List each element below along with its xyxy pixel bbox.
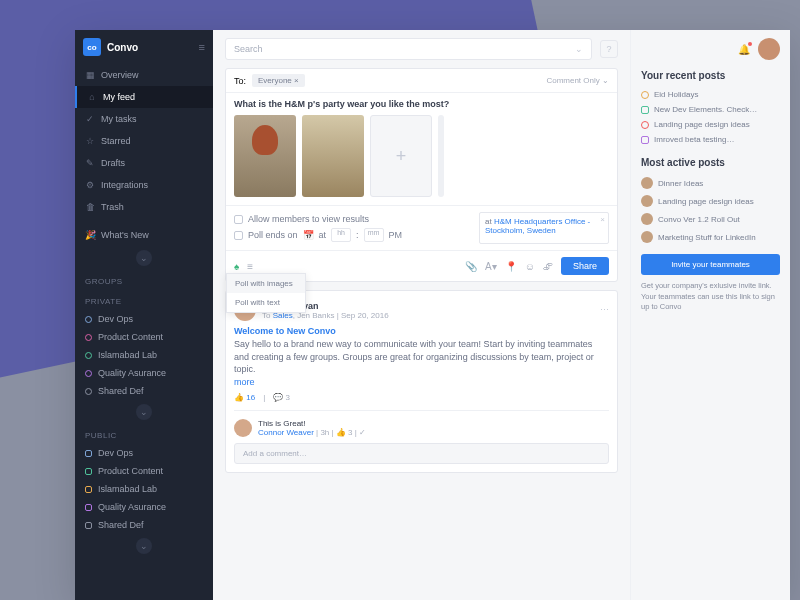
center-column: Search⌄ ? To: Everyone × Comment Only ⌄ … — [213, 30, 630, 600]
checkbox-icon — [234, 231, 243, 240]
pencil-icon: ✎ — [85, 158, 95, 168]
emoji-icon[interactable]: ☺ — [525, 261, 535, 272]
poll-end-row[interactable]: Poll ends on 📅 at hh: mm PM — [234, 226, 471, 244]
more-icon[interactable]: ⋯ — [600, 305, 609, 315]
nav-trash[interactable]: 🗑Trash — [75, 196, 213, 218]
sidebar-group-item[interactable]: Product Content — [75, 462, 213, 480]
status-icon — [641, 106, 649, 114]
recent-post-item[interactable]: New Dev Elements. Check… — [641, 102, 780, 117]
post-reply: This is Great! Connor Weaver | 3h | 👍 3 … — [234, 410, 609, 437]
add-image-button[interactable]: + — [370, 115, 432, 197]
active-post-item[interactable]: Marketing Stuff for LinkedIn — [641, 228, 780, 246]
feed-post: Nina Sullivan To Sales, Jen Banks | Sep … — [225, 290, 618, 473]
collapse-button[interactable]: ⌄ — [136, 404, 152, 420]
sidebar-header: co Convo ≡ — [75, 30, 213, 64]
user-icon — [641, 213, 653, 225]
comment-only-toggle[interactable]: Comment Only ⌄ — [546, 76, 609, 85]
nav-my-feed[interactable]: ⌂My feed — [75, 86, 213, 108]
post-title: Welcome to New Convo — [234, 326, 609, 336]
nav-my-tasks[interactable]: ✓My tasks — [75, 108, 213, 130]
recent-post-item[interactable]: Imroved beta testing… — [641, 132, 780, 147]
text-style-icon[interactable]: A▾ — [485, 261, 497, 272]
post-body: Say hello to a brand new way to communic… — [234, 338, 609, 388]
poll-option-image[interactable] — [302, 115, 364, 197]
trash-icon: 🗑 — [85, 202, 95, 212]
location-icon[interactable]: 📍 — [505, 261, 517, 272]
right-top: 🔔 — [641, 38, 780, 60]
hour-input[interactable]: hh — [331, 228, 351, 242]
app-window: co Convo ≡ ▦Overview ⌂My feed ✓My tasks … — [75, 30, 790, 600]
poll-question[interactable]: What is the H&M p's party wear you like … — [226, 93, 617, 115]
active-post-item[interactable]: Landing page design ideas — [641, 192, 780, 210]
collapse-button[interactable]: ⌄ — [136, 538, 152, 554]
nav-starred[interactable]: ☆Starred — [75, 130, 213, 152]
topbar: Search⌄ ? — [225, 38, 618, 60]
right-panel: 🔔 Your recent posts Eid HolidaysNew Dev … — [630, 30, 790, 600]
allow-view-results[interactable]: Allow members to view results — [234, 212, 471, 226]
invite-button[interactable]: Invite your teammates — [641, 254, 780, 275]
nav-integrations[interactable]: ⚙Integrations — [75, 174, 213, 196]
recipient-chip[interactable]: Everyone × — [252, 74, 305, 87]
add-comment-input[interactable]: Add a comment… — [234, 443, 609, 464]
composer-toolbar: ♠ ≡ 📎 A▾ 📍 ☺ 🖇 Share Poll with images Po… — [226, 250, 617, 281]
sidebar-group-item[interactable]: Dev Ops — [75, 444, 213, 462]
dropdown-item[interactable]: Poll with images — [227, 274, 305, 293]
recent-posts-heading: Your recent posts — [641, 70, 780, 81]
comment-count[interactable]: 💬 3 — [273, 393, 290, 402]
checkbox-icon — [234, 215, 243, 224]
poll-options: Allow members to view results Poll ends … — [226, 205, 617, 250]
home-icon: ⌂ — [87, 92, 97, 102]
collapse-button[interactable]: ⌄ — [136, 250, 152, 266]
like-button[interactable]: 👍 16 — [234, 393, 255, 402]
color-square-icon — [85, 522, 92, 529]
poll-type-dropdown: Poll with images Poll with text — [226, 273, 306, 313]
clip-icon[interactable]: 🖇 — [543, 261, 553, 272]
nav-drafts[interactable]: ✎Drafts — [75, 152, 213, 174]
composer-to-row: To: Everyone × Comment Only ⌄ — [226, 69, 617, 93]
status-icon — [641, 91, 649, 99]
status-icon — [641, 136, 649, 144]
close-icon[interactable]: × — [600, 215, 605, 224]
dropdown-item[interactable]: Poll with text — [227, 293, 305, 312]
sort-icon[interactable]: ≡ — [247, 261, 253, 272]
sidebar-group-item[interactable]: Dev Ops — [75, 310, 213, 328]
search-input[interactable]: Search⌄ — [225, 38, 592, 60]
grid-icon: ▦ — [85, 70, 95, 80]
more-link[interactable]: more — [234, 377, 255, 387]
menu-icon[interactable]: ≡ — [199, 41, 205, 53]
help-icon[interactable]: ? — [600, 40, 618, 58]
user-icon — [641, 231, 653, 243]
recent-post-item[interactable]: Eid Holidays — [641, 87, 780, 102]
post-composer: To: Everyone × Comment Only ⌄ What is th… — [225, 68, 618, 282]
notification-icon[interactable]: 🔔 — [738, 44, 750, 55]
sidebar-group-item[interactable]: Shared Def — [75, 382, 213, 400]
location-box[interactable]: × at H&M Headquarters Office - Stockholm… — [479, 212, 609, 244]
share-button[interactable]: Share — [561, 257, 609, 275]
color-dot-icon — [85, 316, 92, 323]
poll-option-image[interactable] — [234, 115, 296, 197]
nav-overview[interactable]: ▦Overview — [75, 64, 213, 86]
user-avatar[interactable] — [758, 38, 780, 60]
active-posts-heading: Most active posts — [641, 157, 780, 168]
sidebar-group-item[interactable]: Shared Def — [75, 516, 213, 534]
sidebar-group-item[interactable]: Product Content — [75, 328, 213, 346]
active-post-item[interactable]: Dinner Ideas — [641, 174, 780, 192]
color-dot-icon — [85, 388, 92, 395]
attach-icon[interactable]: 📎 — [465, 261, 477, 272]
calendar-icon[interactable]: 📅 — [303, 230, 314, 240]
avatar[interactable] — [234, 419, 252, 437]
sidebar-group-item[interactable]: Islamabad Lab — [75, 346, 213, 364]
check-icon: ✓ — [85, 114, 95, 124]
poll-type-icon[interactable]: ♠ — [234, 261, 239, 272]
sidebar-group-item[interactable]: Quality Asurance — [75, 364, 213, 382]
party-icon: 🎉 — [85, 230, 95, 240]
minute-input[interactable]: mm — [364, 228, 384, 242]
star-icon: ☆ — [85, 136, 95, 146]
sidebar-group-item[interactable]: Quality Asurance — [75, 498, 213, 516]
status-icon — [641, 121, 649, 129]
recent-post-item[interactable]: Landing page design ideas — [641, 117, 780, 132]
active-post-item[interactable]: Convo Ver 1.2 Roll Out — [641, 210, 780, 228]
sidebar-group-item[interactable]: Islamabad Lab — [75, 480, 213, 498]
nav-whats-new[interactable]: 🎉What's New — [75, 224, 213, 246]
sidebar: co Convo ≡ ▦Overview ⌂My feed ✓My tasks … — [75, 30, 213, 600]
